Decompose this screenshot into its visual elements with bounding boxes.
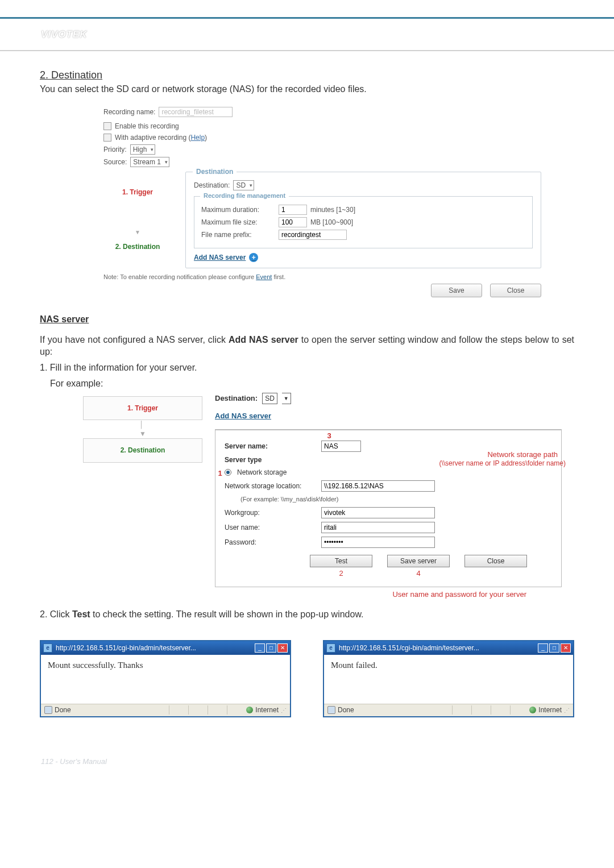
callout-credentials: User name and password for your server bbox=[40, 589, 526, 600]
password-input[interactable] bbox=[321, 537, 435, 548]
max-filesize-input[interactable] bbox=[279, 217, 307, 227]
resize-grip-icon[interactable]: ⋰ bbox=[281, 707, 287, 713]
network-storage-label: Network storage bbox=[237, 468, 287, 477]
close-button-2[interactable]: Close bbox=[464, 555, 527, 567]
max-filesize-label: Maximum file size: bbox=[201, 218, 275, 227]
network-storage-radio[interactable] bbox=[225, 469, 231, 476]
arrow-down-icon: │▼ bbox=[83, 420, 202, 438]
nas-step1-example: For example: bbox=[50, 377, 574, 390]
popup-body: Mount successfully. Thanks bbox=[41, 655, 290, 704]
save-button[interactable]: Save bbox=[431, 284, 482, 297]
event-link[interactable]: Event bbox=[256, 273, 272, 280]
add-nas-server-link-2[interactable]: Add NAS server bbox=[215, 411, 271, 421]
status-zone: Internet bbox=[255, 706, 279, 714]
popup-titlebar[interactable]: e http://192.168.5.151/cgi-bin/admin/tes… bbox=[324, 641, 573, 655]
status-bar: Done Internet ⋰ bbox=[41, 704, 290, 716]
ie-icon: e bbox=[43, 643, 52, 653]
maximize-button[interactable]: □ bbox=[549, 643, 559, 653]
enable-recording-checkbox[interactable] bbox=[103, 122, 111, 130]
plus-icon: + bbox=[249, 253, 258, 262]
server-name-input[interactable] bbox=[321, 441, 361, 452]
callout-network-storage-path-2: (\\server name or IP address\folder name… bbox=[439, 459, 566, 468]
adaptive-prefix: With adaptive recording ( bbox=[115, 134, 190, 142]
username-input[interactable] bbox=[321, 522, 435, 533]
adaptive-suffix: ) bbox=[205, 134, 207, 142]
step-trigger[interactable]: 1. Trigger bbox=[103, 188, 172, 197]
password-label: Password: bbox=[225, 538, 316, 547]
enable-recording-label: Enable this recording bbox=[115, 122, 179, 131]
add-nas-label: Add NAS server bbox=[194, 253, 246, 262]
nas-step1: 1. Fill in the information for your serv… bbox=[40, 362, 574, 374]
callout-3: 3 bbox=[325, 431, 334, 441]
destination-label: Destination: bbox=[194, 181, 230, 190]
ns-location-input[interactable] bbox=[321, 480, 435, 492]
status-done: Done bbox=[55, 706, 71, 714]
status-bar: Done Internet ⋰ bbox=[324, 704, 573, 716]
globe-icon bbox=[246, 707, 253, 713]
screenshot-recording-settings: Recording name: Enable this recording Wi… bbox=[103, 107, 541, 297]
test-result-popups: e http://192.168.5.151/cgi-bin/admin/tes… bbox=[40, 640, 574, 717]
destination-panel: Destination Destination: SD Recording fi… bbox=[185, 172, 541, 268]
priority-label: Priority: bbox=[103, 145, 127, 154]
minimize-button[interactable]: _ bbox=[538, 643, 548, 653]
nas-form-panel: Server name: 3 Network storage path (\\s… bbox=[215, 429, 562, 587]
window-close-button[interactable]: ✕ bbox=[277, 643, 288, 653]
maximize-button[interactable]: □ bbox=[266, 643, 276, 653]
destination-dropdown-button[interactable]: ▼ bbox=[282, 393, 291, 404]
adaptive-recording-checkbox[interactable] bbox=[103, 134, 111, 142]
close-button[interactable]: Close bbox=[490, 284, 541, 297]
callout-1: 1 bbox=[215, 469, 225, 478]
add-nas-server-link[interactable]: Add NAS server + bbox=[194, 253, 258, 262]
destination-value-2: SD bbox=[262, 393, 277, 404]
note-suffix: first. bbox=[272, 273, 285, 280]
popup-success: e http://192.168.5.151/cgi-bin/admin/tes… bbox=[40, 640, 291, 717]
max-duration-label: Maximum duration: bbox=[201, 205, 275, 214]
priority-select[interactable]: High bbox=[130, 144, 156, 155]
destination-legend: Destination bbox=[193, 167, 237, 176]
test-step-text: 2. Click Test to check the setting. The … bbox=[40, 608, 574, 621]
note-prefix: Note: To enable recording notification p… bbox=[103, 273, 256, 280]
window-close-button[interactable]: ✕ bbox=[561, 643, 571, 653]
page-icon bbox=[327, 706, 335, 714]
popup-titlebar[interactable]: e http://192.168.5.151/cgi-bin/admin/tes… bbox=[41, 641, 290, 655]
ns-location-label: Network storage location: bbox=[225, 481, 316, 491]
recording-name-input[interactable] bbox=[159, 107, 233, 117]
callout-4: 4 bbox=[387, 568, 450, 579]
teststep-b: Test bbox=[72, 609, 90, 619]
minimize-button[interactable]: _ bbox=[255, 643, 265, 653]
ns-location-hint: (For example: \\my_nas\disk\folder) bbox=[240, 495, 552, 504]
destination-select[interactable]: SD bbox=[233, 180, 254, 190]
step-destination-2[interactable]: 2. Destination bbox=[83, 438, 202, 462]
test-button[interactable]: Test bbox=[310, 555, 372, 567]
filename-prefix-label: File name prefix: bbox=[201, 230, 275, 239]
max-filesize-hint: MB [100~900] bbox=[310, 218, 353, 227]
wizard-steps: 1. Trigger ▼ 2. Destination bbox=[103, 172, 172, 268]
source-label: Source: bbox=[103, 157, 127, 167]
adaptive-recording-label: With adaptive recording (Help) bbox=[115, 133, 207, 142]
status-done: Done bbox=[338, 706, 354, 714]
ie-icon: e bbox=[326, 643, 335, 653]
nas-p1a: If you have not configured a NAS server,… bbox=[40, 335, 229, 344]
step-destination[interactable]: 2. Destination bbox=[103, 242, 172, 251]
save-server-button[interactable]: Save server bbox=[387, 555, 450, 567]
max-duration-input[interactable] bbox=[279, 205, 307, 215]
workgroup-label: Workgroup: bbox=[225, 508, 316, 517]
recording-name-label: Recording name: bbox=[103, 107, 155, 117]
section-intro: You can select the SD card or network st… bbox=[40, 83, 574, 95]
workgroup-input[interactable] bbox=[321, 507, 435, 518]
popup-fail: e http://192.168.5.151/cgi-bin/admin/tes… bbox=[323, 640, 574, 717]
brand-name: VIVOTEK bbox=[41, 29, 88, 40]
teststep-a: 2. Click bbox=[40, 609, 72, 619]
server-type-label: Server type bbox=[225, 455, 316, 464]
page-footer: 112 - User's Manual bbox=[0, 734, 614, 780]
page-icon bbox=[44, 706, 52, 714]
source-select[interactable]: Stream 1 bbox=[130, 157, 169, 167]
brand-bar: VIVOTEK bbox=[0, 17, 614, 51]
max-duration-hint: minutes [1~30] bbox=[310, 205, 355, 214]
filename-prefix-input[interactable] bbox=[279, 230, 347, 240]
step-trigger-2[interactable]: 1. Trigger bbox=[83, 396, 202, 420]
resize-grip-icon[interactable]: ⋰ bbox=[564, 707, 570, 713]
file-management-group: Recording file management Maximum durati… bbox=[194, 196, 533, 248]
popup-body: Mount failed. bbox=[324, 655, 573, 704]
help-link[interactable]: Help bbox=[190, 134, 205, 142]
